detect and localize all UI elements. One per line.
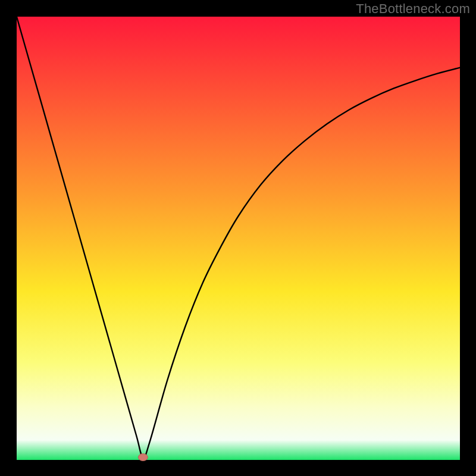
plot-background xyxy=(17,17,460,460)
chart-container: { "watermark": "TheBottleneck.com", "col… xyxy=(0,0,476,476)
minimum-marker xyxy=(138,454,148,461)
bottleneck-chart xyxy=(0,0,476,476)
